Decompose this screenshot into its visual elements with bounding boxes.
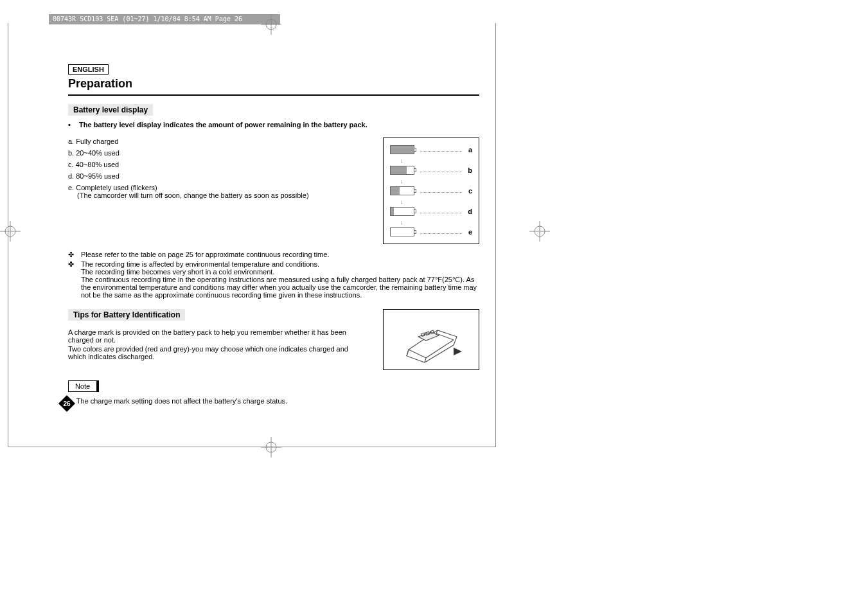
battery-row-c: c (390, 183, 472, 199)
list-item-sub: (The camcorder will turn off soon, chang… (77, 191, 370, 199)
tips-text-1: A charge mark is provided on the battery… (68, 328, 364, 344)
arrow-down-icon: ↓ (390, 157, 472, 163)
crop-mark-bottom (261, 437, 281, 458)
battery-level-diagram: a ↓ b ↓ c ↓ d ↓ (383, 138, 479, 244)
arrow-down-icon: ↓ (390, 199, 472, 204)
list-item: e. Completely used (flickers) (The camco… (68, 184, 370, 199)
bullet-icon: • (68, 121, 77, 129)
arrow-down-icon: ↓ (390, 178, 472, 183)
list-item: d. 80~95% used (68, 172, 370, 180)
list-item: b. 20~40% used (68, 149, 370, 157)
notes-bullets: ✤ Please refer to the table on page 25 f… (68, 251, 479, 299)
svg-rect-14 (430, 330, 434, 333)
section-tips: Tips for Battery Identification (68, 309, 185, 321)
intro-text: • The battery level display indicates th… (68, 121, 479, 129)
list-item: c. 40~80% used (68, 161, 370, 168)
crop-mark-right (529, 221, 550, 242)
crop-mark-top (261, 14, 281, 35)
intro-content: The battery level display indicates the … (79, 121, 368, 129)
maltese-cross-icon: ✤ (68, 251, 77, 259)
svg-text:26: 26 (63, 400, 71, 407)
battery-level-list: a. Fully charged b. 20~40% used c. 40~80… (68, 138, 370, 244)
page-title: Preparation (68, 77, 479, 96)
tips-text-2: Two colors are provided (red and grey)-y… (68, 345, 364, 360)
language-label: ENGLISH (68, 64, 109, 75)
bullet-item: ✤ Please refer to the table on page 25 f… (68, 251, 479, 259)
page-content: ENGLISH Preparation Battery level displa… (68, 63, 479, 405)
battery-row-e: e (390, 224, 472, 240)
note-text: ■ The charge mark setting does not affec… (68, 397, 479, 405)
battery-row-a: a (390, 142, 472, 157)
maltese-cross-icon: ✤ (68, 260, 77, 299)
battery-row-b: b (390, 163, 472, 178)
bullet-item: ✤ The recording time is affected by envi… (68, 260, 479, 299)
arrow-down-icon: ↓ (390, 219, 472, 224)
section-battery-display: Battery level display (68, 104, 153, 116)
list-item: a. Fully charged (68, 138, 370, 145)
note-label: Note (68, 380, 99, 392)
battery-row-d: d (390, 204, 472, 219)
battery-pack-illustration (383, 309, 479, 370)
page-number-badge: 26 (58, 395, 76, 413)
crop-mark-left (0, 221, 21, 242)
